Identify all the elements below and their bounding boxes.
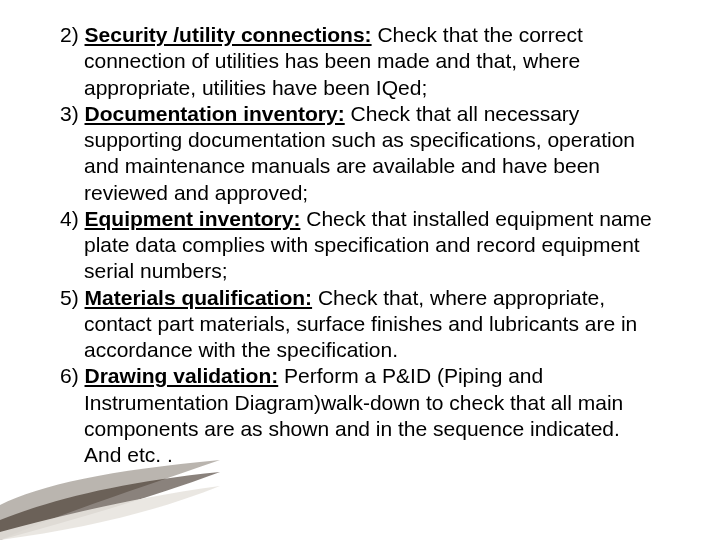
item-title: Equipment inventory: [85, 207, 301, 230]
item-number: 3) [60, 102, 79, 125]
item-title: Security /utility connections: [85, 23, 372, 46]
slide: 2) Security /utility connections: Check … [0, 0, 720, 540]
list-item: 6) Drawing validation: Perform a P&ID (P… [60, 363, 660, 468]
list: 2) Security /utility connections: Check … [60, 22, 660, 468]
item-title: Drawing validation: [85, 364, 279, 387]
item-number: 6) [60, 364, 79, 387]
item-number: 2) [60, 23, 79, 46]
item-title: Materials qualification: [85, 286, 313, 309]
list-item: 5) Materials qualification: Check that, … [60, 285, 660, 364]
item-number: 4) [60, 207, 79, 230]
list-item: 2) Security /utility connections: Check … [60, 22, 660, 101]
list-item: 4) Equipment inventory: Check that insta… [60, 206, 660, 285]
list-item: 3) Documentation inventory: Check that a… [60, 101, 660, 206]
item-number: 5) [60, 286, 79, 309]
item-title: Documentation inventory: [85, 102, 345, 125]
